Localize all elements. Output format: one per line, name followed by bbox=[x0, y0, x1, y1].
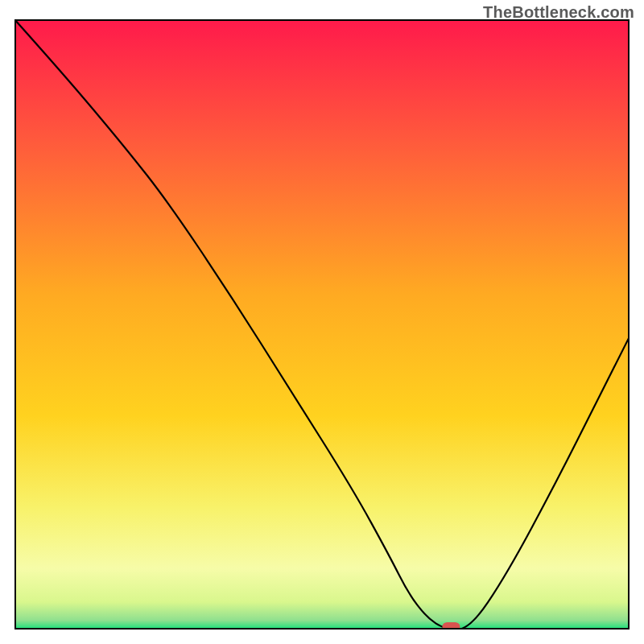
chart-svg bbox=[14, 19, 630, 630]
plot-area bbox=[14, 19, 630, 630]
gradient-background bbox=[14, 19, 630, 630]
chart-stage: TheBottleneck.com bbox=[0, 0, 644, 644]
